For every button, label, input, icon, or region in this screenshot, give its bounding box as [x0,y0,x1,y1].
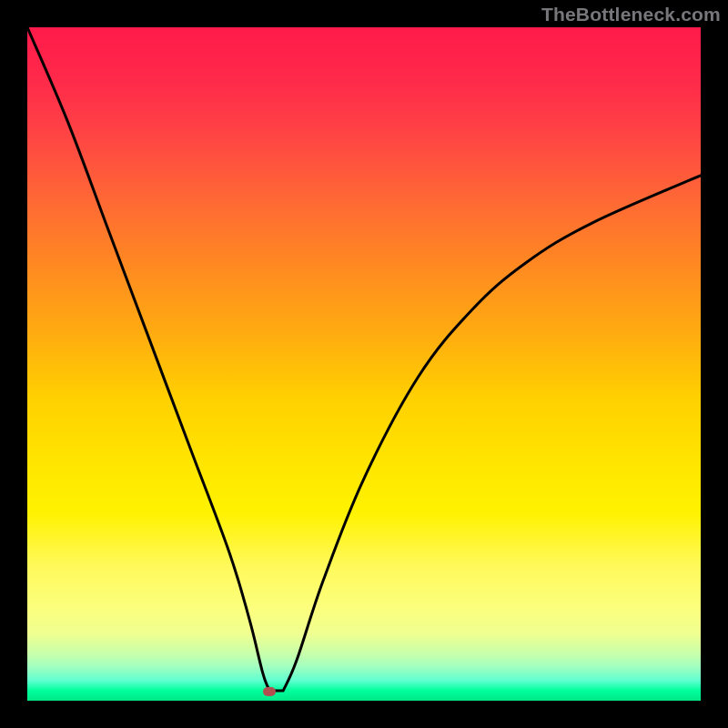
chart-container: TheBottleneck.com [0,0,728,728]
watermark-label: TheBottleneck.com [541,4,721,25]
bottleneck-curve [27,27,701,691]
plot-area [27,27,701,701]
curve-svg [27,27,701,701]
